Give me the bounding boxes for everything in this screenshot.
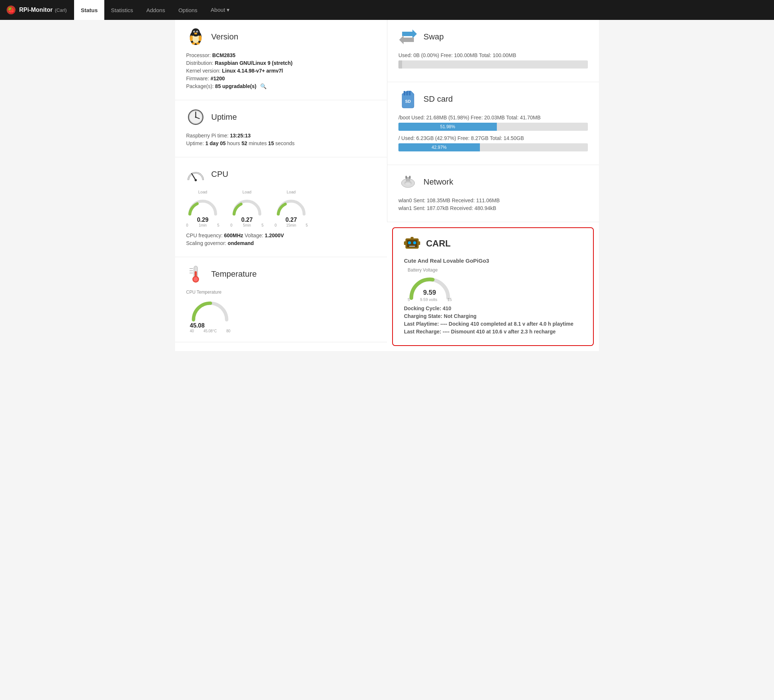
- processor-line: Processor: BCM2835: [186, 52, 376, 58]
- gauge3-label: Load: [287, 190, 296, 194]
- root-progress: 42.97%: [399, 143, 588, 152]
- gauge1-label: Load: [198, 190, 207, 194]
- gauge1-scale: 01min5: [186, 223, 219, 227]
- carl-card: CARL Cute And Real Lovable GoPiGo3 Batte…: [392, 227, 594, 346]
- last-recharge: Last Recharge: ---- Dismount 410 at 10.6…: [404, 329, 582, 335]
- distribution-line: Distribution: Raspbian GNU/Linux 9 (stre…: [186, 60, 376, 66]
- svg-point-11: [198, 35, 202, 41]
- nav-about[interactable]: About ▾: [204, 0, 236, 20]
- gauge2-value: 0.27: [241, 216, 253, 223]
- boot-progress: 51.98%: [399, 123, 588, 131]
- version-icon: [186, 27, 205, 46]
- cpu-header: CPU: [186, 165, 376, 184]
- uptime-line: Uptime: 1 day 05 hours 52 minutes 15 sec…: [186, 140, 376, 146]
- carl-avatar-icon: [404, 235, 420, 252]
- brand-subtitle: (Carl): [55, 7, 67, 13]
- kernel-line: Kernel version: Linux 4.14.98-v7+ armv7l: [186, 68, 376, 74]
- svg-point-9: [194, 33, 197, 35]
- swap-bar: [399, 60, 402, 69]
- carl-title: CARL: [426, 238, 451, 249]
- nav-statistics[interactable]: Statistics: [104, 0, 140, 20]
- charging-state: Charging State: Not Charging: [404, 313, 582, 319]
- svg-rect-38: [409, 176, 410, 179]
- version-title: Version: [211, 32, 238, 41]
- battery-scale: 5 9.59 volts 15: [408, 297, 452, 302]
- cpu-gauge-5min: Load 0.27 05min5: [230, 190, 263, 227]
- gauge3-value: 0.27: [285, 216, 297, 223]
- cpu-card: CPU Load 0.29 01min5 Load: [175, 157, 387, 257]
- swap-arrows-icon: [399, 29, 418, 45]
- svg-rect-48: [418, 241, 420, 245]
- swap-info: Used: 0B (0.00%) Free: 100.00MB Total: 1…: [399, 52, 588, 58]
- sdcard-icon: SD: [399, 89, 418, 109]
- gauge3-svg: [275, 196, 308, 216]
- search-icon[interactable]: 🔍: [260, 83, 266, 89]
- right-column: Swap Used: 0B (0.00%) Free: 100.00MB Tot…: [387, 20, 599, 351]
- svg-rect-37: [405, 176, 407, 179]
- uptime-header: Uptime: [186, 107, 376, 127]
- temp-gauge: 45.08 40 45.08°C 80: [190, 298, 376, 333]
- carl-battery-section: Battery Voltage 9.59 5 9.59 volts 15: [408, 267, 582, 302]
- uptime-title: Uptime: [211, 112, 237, 122]
- firmware-line: Firmware: #1200: [186, 76, 376, 81]
- svg-point-4: [192, 28, 200, 36]
- svg-rect-26: [189, 268, 193, 269]
- carl-icon: [404, 235, 420, 252]
- svg-point-12: [192, 42, 195, 45]
- cpu-gauge-15min: Load 0.27 015min5: [275, 190, 308, 227]
- nav-options[interactable]: Options: [172, 0, 204, 20]
- svg-rect-31: [404, 91, 405, 96]
- cpu-title: CPU: [211, 170, 228, 179]
- temp-gauge-scale: 40 45.08°C 80: [190, 329, 230, 333]
- gauge2-svg: [230, 196, 263, 216]
- svg-point-8: [197, 31, 198, 32]
- docking-cycle: Docking Cycle: 410: [404, 305, 582, 311]
- temp-gauge-svg: [190, 298, 230, 322]
- temp-gauge-value: 45.08: [190, 322, 205, 329]
- brand-title: RPi-Monitor: [19, 7, 53, 13]
- main-content: Version Processor: BCM2835 Distribution:…: [175, 20, 599, 351]
- cpu-freq-line: CPU frequency: 600MHz Voltage: 1.2000V: [186, 233, 376, 238]
- battery-value: 9.59: [423, 289, 436, 297]
- svg-point-25: [194, 277, 198, 281]
- temperature-title: Temperature: [211, 269, 257, 279]
- network-icon: [399, 172, 418, 192]
- svg-point-21: [195, 179, 197, 181]
- sdcard-header: SD SD card: [399, 89, 588, 109]
- svg-rect-32: [406, 91, 408, 96]
- svg-line-20: [192, 173, 196, 180]
- svg-point-13: [196, 42, 200, 45]
- version-card: Version Processor: BCM2835 Distribution:…: [175, 20, 387, 100]
- svg-rect-47: [404, 241, 406, 245]
- svg-rect-46: [410, 237, 413, 239]
- raspberry-icon: 🍓: [6, 5, 16, 15]
- cpu-governor-line: Scaling governor: ondemand: [186, 240, 376, 246]
- swap-icon: [399, 27, 418, 46]
- gauge1-svg: [186, 196, 219, 216]
- swap-header: Swap: [399, 27, 588, 46]
- nav-addons[interactable]: Addons: [140, 0, 172, 20]
- boot-bar: 51.98%: [399, 123, 497, 131]
- sdcard-card: SD SD card /boot Used: 21.68MB (51.98%) …: [387, 82, 599, 165]
- network-card: Network wlan0 Sent: 108.35MB Received: 1…: [387, 165, 599, 222]
- svg-point-43: [408, 241, 411, 244]
- gauge1-value: 0.29: [197, 216, 208, 223]
- uptime-card: Uptime Raspberry Pi time: 13:25:13 Uptim…: [175, 100, 387, 157]
- svg-point-10: [190, 35, 193, 41]
- root-bar: 42.97%: [399, 143, 480, 152]
- svg-rect-33: [409, 91, 410, 96]
- tux-icon: [187, 27, 205, 46]
- wlan0-info: wlan0 Sent: 108.35MB Received: 111.06MB: [399, 198, 588, 203]
- svg-rect-45: [409, 246, 415, 247]
- speedometer-icon: [187, 166, 205, 182]
- packages-line: Package(s): 85 upgradable(s) 🔍: [186, 83, 376, 89]
- swap-card: Swap Used: 0B (0.00%) Free: 100.00MB Tot…: [387, 20, 599, 82]
- svg-marker-30: [399, 35, 414, 44]
- carl-header: CARL: [404, 235, 582, 252]
- svg-point-7: [194, 31, 195, 32]
- sd-icon: SD: [400, 89, 416, 109]
- cpu-gauges: Load 0.29 01min5 Load 0.27: [186, 190, 376, 227]
- svg-point-40: [405, 182, 411, 185]
- svg-rect-27: [189, 271, 193, 271]
- nav-status[interactable]: Status: [74, 0, 104, 20]
